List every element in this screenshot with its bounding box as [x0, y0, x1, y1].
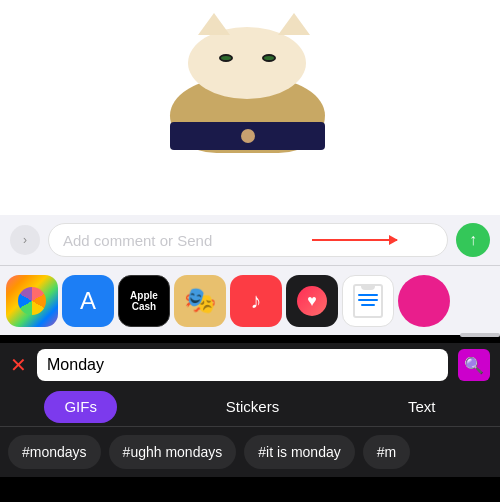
close-button[interactable]: ✕	[10, 353, 27, 377]
search-icon: 🔍	[464, 356, 484, 375]
app-icon-note[interactable]	[342, 275, 394, 327]
send-icon: ↑	[469, 231, 477, 249]
expand-button[interactable]: ›	[10, 225, 40, 255]
cat-left-eye	[219, 54, 233, 62]
gif-search-bar: ✕ Monday 🔍	[0, 343, 500, 387]
scroll-indicator	[460, 333, 500, 337]
app-icon-cash[interactable]: Apple Cash	[118, 275, 170, 327]
tabs-row: GIFs Stickers Text	[0, 387, 500, 427]
tab-text[interactable]: Text	[388, 391, 456, 423]
app-icon-extra[interactable]	[398, 275, 450, 327]
tab-gifs[interactable]: GIFs	[44, 391, 117, 423]
comment-input[interactable]: Add comment or Send	[48, 223, 448, 257]
send-arrow-annotation	[312, 239, 397, 241]
message-area	[0, 0, 500, 215]
hashtag-chip-mondays[interactable]: #mondays	[8, 435, 101, 469]
app-icon-photos[interactable]	[6, 275, 58, 327]
cat-collar	[170, 122, 325, 150]
hashtags-row: #mondays #ughh mondays #it is monday #m	[0, 427, 500, 477]
comment-placeholder: Add comment or Send	[63, 232, 212, 249]
tab-stickers[interactable]: Stickers	[206, 391, 299, 423]
hashtag-chip-ughh-mondays[interactable]: #ughh mondays	[109, 435, 237, 469]
apps-row: A Apple Cash 🎭 ♪ ♥	[0, 265, 500, 335]
hashtag-chip-it-is-monday[interactable]: #it is monday	[244, 435, 354, 469]
apps-row-wrapper: A Apple Cash 🎭 ♪ ♥	[0, 265, 500, 341]
app-icon-memoji[interactable]: 🎭	[174, 275, 226, 327]
search-input-container[interactable]: Monday	[37, 349, 448, 381]
sticker-container	[160, 23, 340, 193]
search-button[interactable]: 🔍	[458, 349, 490, 381]
send-button[interactable]: ↑	[456, 223, 490, 257]
cat-sticker	[170, 23, 330, 178]
hashtag-chip-m[interactable]: #m	[363, 435, 410, 469]
input-row: › Add comment or Send ↑	[0, 215, 500, 265]
expand-icon: ›	[23, 233, 27, 247]
app-icon-music[interactable]: ♪	[230, 275, 282, 327]
cat-right-eye	[262, 54, 276, 62]
app-icon-appstore[interactable]: A	[62, 275, 114, 327]
collar-ring	[241, 129, 255, 143]
search-input-value: Monday	[47, 356, 104, 374]
app-icon-fitness[interactable]: ♥	[286, 275, 338, 327]
